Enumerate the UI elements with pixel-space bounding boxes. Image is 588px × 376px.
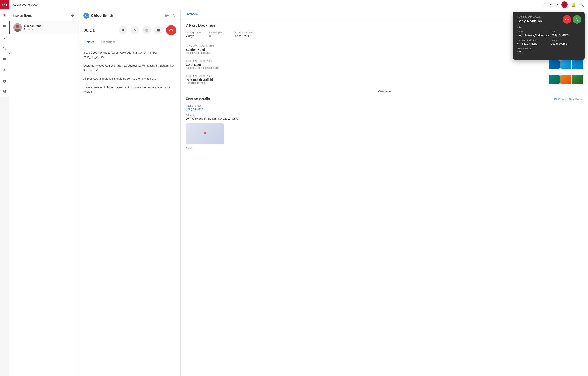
- booking-location-1: Aspen, Colorado USA: [186, 51, 294, 54]
- stat-avg-time: Average time 7 days: [186, 31, 200, 38]
- contact-details-title: Contact details: [186, 97, 210, 101]
- contact-address-field: Address 30 Hazelwood St, Boston, MA 0211…: [186, 114, 294, 120]
- contact-phone-value[interactable]: (833) 645-0324: [186, 108, 294, 111]
- call-contact-icon: [83, 13, 89, 19]
- interaction-info: Eleanor Pena 📞 01:34: [24, 24, 75, 31]
- app-title: Agent Workspace: [9, 3, 294, 6]
- interaction-meta: 📞 01:34: [24, 28, 75, 31]
- stat-internal: Internal (USA) 3: [209, 31, 225, 38]
- note-text-2: Customer moved Address. The new address …: [83, 64, 176, 73]
- call-timer: 00:21: [83, 28, 95, 33]
- call-notes-content: Invoice copy for trip to Aspen, Colorado…: [79, 46, 180, 188]
- sidebar-bottom: [1, 78, 8, 95]
- booking-location-3: Honolulu, Hawaii: [186, 81, 294, 84]
- transfer-call-button[interactable]: [154, 26, 163, 34]
- phone-icon-small: 📞: [24, 28, 27, 31]
- booking-name-3: Park Beach Waikiki: [186, 78, 294, 81]
- stat-start-date-label: Account start date: [234, 31, 254, 34]
- contact-email-field: Email: [186, 147, 294, 150]
- stat-avg-time-value: 7 days: [186, 34, 194, 38]
- view-icon[interactable]: [165, 13, 169, 18]
- svg-point-1: [4, 14, 6, 16]
- call-header-actions: [165, 13, 176, 18]
- stats-row: Average time 7 days Internal (USA) 3 Acc…: [186, 31, 294, 38]
- interaction-name: Eleanor Pena: [24, 24, 75, 28]
- sidebar-item-folder[interactable]: [1, 56, 8, 63]
- svg-rect-5: [165, 13, 169, 14]
- past-bookings-title: 7 Past Bookings: [186, 23, 294, 28]
- collapse-sidebar-btn[interactable]: ›: [7, 51, 12, 56]
- overview-content: 7 Past Bookings Average time 7 days Inte…: [181, 19, 294, 157]
- note-text-4: Transfer needed to billing department to…: [83, 85, 176, 94]
- topbar: 8x8 Agent Workspace On call 01:37 A 🔔 🔍: [0, 0, 294, 9]
- contact-address-value: 30 Hazelwood St, Boston, MA 02119, USA: [186, 117, 294, 120]
- booking-info-1: Dec 6, 2021 - Dec 16, 2021 Sandon Hotel …: [186, 45, 294, 54]
- add-interaction-button[interactable]: +: [70, 13, 75, 19]
- map-pin-icon: 📍: [202, 131, 208, 136]
- contact-phone-label: Phone number: [186, 104, 294, 107]
- stat-internal-label: Internal (USA): [209, 31, 225, 34]
- sidebar-item-chat[interactable]: [1, 23, 8, 30]
- stat-internal-value: 3: [209, 34, 211, 38]
- booking-item-1: Dec 6, 2021 - Dec 16, 2021 Sandon Hotel …: [186, 42, 294, 57]
- overview-tab[interactable]: Overview: [181, 9, 203, 19]
- settings-icon[interactable]: [1, 78, 8, 84]
- stat-start-date-value: Jan 23, 2017: [234, 34, 251, 38]
- logo: 8x8: [0, 0, 9, 9]
- note-block-4: Transfer needed to billing department to…: [83, 85, 176, 94]
- view-more-button[interactable]: View more: [186, 87, 294, 95]
- call-tabs: Notes Disposition: [79, 38, 180, 46]
- stat-avg-time-label: Average time: [186, 31, 200, 34]
- note-block-1: Invoice copy for trip to Aspen, Colorado…: [83, 51, 176, 59]
- help-icon[interactable]: [1, 88, 8, 95]
- call-contact-name: Chloe Smith: [91, 13, 113, 18]
- booking-name-1: Sandon Hotel: [186, 48, 294, 51]
- add-call-button[interactable]: [142, 26, 151, 34]
- sidebar-item-home[interactable]: [1, 12, 8, 19]
- booking-dates-3: Jul 8, 2021 - Jul 15, 2021: [186, 75, 294, 77]
- call-timer-bar: 00:21: [79, 22, 180, 38]
- end-call-button[interactable]: [166, 25, 176, 35]
- tab-disposition[interactable]: Disposition: [98, 38, 119, 46]
- stat-start-date: Account start date Jan 23, 2017: [234, 31, 254, 38]
- hold-button[interactable]: [119, 26, 127, 34]
- call-panel: Chloe Smith 00:21: [79, 9, 181, 188]
- call-header: Chloe Smith: [79, 9, 180, 22]
- sidebar-item-phone[interactable]: [1, 45, 8, 52]
- svg-rect-7: [165, 15, 169, 16]
- interaction-duration: 01:34: [28, 28, 34, 31]
- call-contact: Chloe Smith: [83, 13, 113, 19]
- interactions-panel: Interactions + Eleanor Pena 📞 01:34: [9, 9, 79, 188]
- note-block-2: Customer moved Address. The new address …: [83, 64, 176, 73]
- interactions-title: Interactions: [13, 14, 32, 18]
- tab-notes[interactable]: Notes: [83, 38, 98, 46]
- interaction-avatar: [13, 23, 22, 32]
- booking-dates-1: Dec 6, 2021 - Dec 16, 2021: [186, 45, 294, 47]
- contact-email-label: Email: [186, 147, 294, 150]
- mute-button[interactable]: [130, 26, 139, 34]
- note-text-3: All promotional materials should be sent…: [83, 77, 176, 81]
- transfer-icon[interactable]: [172, 13, 176, 18]
- sidebar-item-contacts[interactable]: [1, 67, 8, 73]
- overview-panel: Overview 7 Past Bookings Average time 7 …: [181, 9, 294, 188]
- overview-tabs: Overview: [181, 9, 294, 19]
- left-sidebar: ›: [0, 9, 9, 97]
- svg-rect-6: [165, 14, 168, 15]
- booking-dates-2: Jul 8, 2021 - Jul 15, 2021: [186, 60, 294, 62]
- contact-address-label: Address: [186, 114, 294, 117]
- booking-info-2: Jul 8, 2021 - Jul 15, 2021 Coral Lake Ba…: [186, 60, 294, 69]
- contact-details-header: Contact details View on Salesforce: [186, 97, 294, 101]
- svg-point-3: [16, 24, 19, 28]
- sidebar-item-monitor[interactable]: [1, 34, 8, 41]
- contact-phone-field: Phone number (833) 645-0324: [186, 104, 294, 111]
- booking-item-3: Jul 8, 2021 - Jul 15, 2021 Park Beach Wa…: [186, 72, 294, 87]
- call-actions: [119, 25, 176, 35]
- interactions-header: Interactions +: [9, 9, 79, 21]
- svg-rect-8: [165, 16, 167, 17]
- contact-map: 📍: [186, 123, 224, 145]
- booking-item-2: Jul 8, 2021 - Jul 15, 2021 Coral Lake Ba…: [186, 57, 294, 72]
- note-text-1: Invoice copy for trip to Aspen, Colorado…: [83, 51, 176, 59]
- interaction-item[interactable]: Eleanor Pena 📞 01:34: [9, 21, 79, 34]
- note-block-3: All promotional materials should be sent…: [83, 77, 176, 81]
- main-content: Chloe Smith 00:21: [79, 9, 294, 188]
